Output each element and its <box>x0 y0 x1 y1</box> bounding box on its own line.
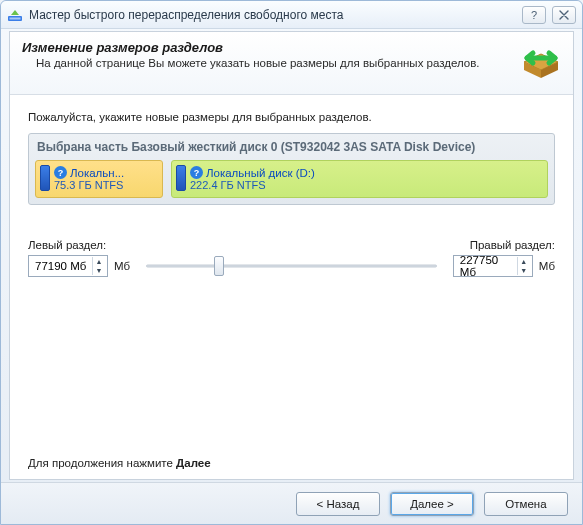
page-title: Изменение размеров разделов <box>22 40 513 55</box>
partition-left-name: Локальн... <box>70 167 124 179</box>
disk-group-title: Выбрана часть Базовый жесткий диск 0 (ST… <box>35 138 548 160</box>
unit-label: Мб <box>114 260 130 272</box>
page-subtitle: На данной странице Вы можете указать нов… <box>22 57 513 69</box>
left-size-value: 77190 Мб <box>35 260 92 272</box>
info-icon: ? <box>54 166 67 179</box>
partition-right[interactable]: ? Локальный диск (D:) 222.4 ГБ NTFS <box>171 160 548 198</box>
unit-label: Мб <box>539 260 555 272</box>
page-body: Пожалуйста, укажите новые размеры для вы… <box>10 95 573 479</box>
svg-rect-1 <box>10 17 21 19</box>
spinner-down-icon[interactable]: ▼ <box>517 266 530 275</box>
close-button[interactable] <box>552 6 576 24</box>
continue-action: Далее <box>176 457 211 469</box>
content-panel: Изменение размеров разделов На данной ст… <box>9 31 574 480</box>
back-button[interactable]: < Назад <box>296 492 380 516</box>
spinner-up-icon[interactable]: ▲ <box>517 257 530 266</box>
help-button[interactable]: ? <box>522 6 546 24</box>
partition-bar-icon <box>176 165 186 191</box>
wizard-footer: < Назад Далее > Отмена <box>1 482 582 524</box>
instruction-text: Пожалуйста, укажите новые размеры для вы… <box>28 111 555 123</box>
wizard-window: Мастер быстрого перераспределения свобод… <box>0 0 583 525</box>
cancel-button[interactable]: Отмена <box>484 492 568 516</box>
titlebar: Мастер быстрого перераспределения свобод… <box>1 1 582 29</box>
app-icon <box>7 7 23 23</box>
window-title: Мастер быстрого перераспределения свобод… <box>29 8 522 22</box>
info-icon: ? <box>190 166 203 179</box>
size-slider[interactable] <box>146 255 437 277</box>
right-size-spinner[interactable]: 227750 Мб ▲ ▼ <box>453 255 533 277</box>
partition-left-size: 75.3 ГБ NTFS <box>54 179 156 191</box>
right-size-value: 227750 Мб <box>460 254 517 278</box>
next-button[interactable]: Далее > <box>390 492 474 516</box>
partition-row: ? Локальн... 75.3 ГБ NTFS ? Локальный ди… <box>35 160 548 198</box>
partition-bar-icon <box>40 165 50 191</box>
left-size-spinner[interactable]: 77190 Мб ▲ ▼ <box>28 255 108 277</box>
left-partition-label: Левый раздел: <box>28 239 106 251</box>
spinner-up-icon[interactable]: ▲ <box>92 257 105 266</box>
partition-right-size: 222.4 ГБ NTFS <box>190 179 541 191</box>
page-header: Изменение размеров разделов На данной ст… <box>10 32 573 95</box>
slider-track <box>146 265 437 268</box>
continue-prefix: Для продолжения нажмите <box>28 457 176 469</box>
slider-thumb[interactable] <box>214 256 224 276</box>
partition-left[interactable]: ? Локальн... 75.3 ГБ NTFS <box>35 160 163 198</box>
partition-right-name: Локальный диск (D:) <box>206 167 315 179</box>
disk-group: Выбрана часть Базовый жесткий диск 0 (ST… <box>28 133 555 205</box>
spinner-down-icon[interactable]: ▼ <box>92 266 105 275</box>
right-partition-label: Правый раздел: <box>470 239 555 251</box>
size-controls: Левый раздел: Правый раздел: 77190 Мб ▲ … <box>28 239 555 277</box>
continue-hint: Для продолжения нажмите Далее <box>28 417 555 469</box>
resize-icon <box>521 40 561 80</box>
